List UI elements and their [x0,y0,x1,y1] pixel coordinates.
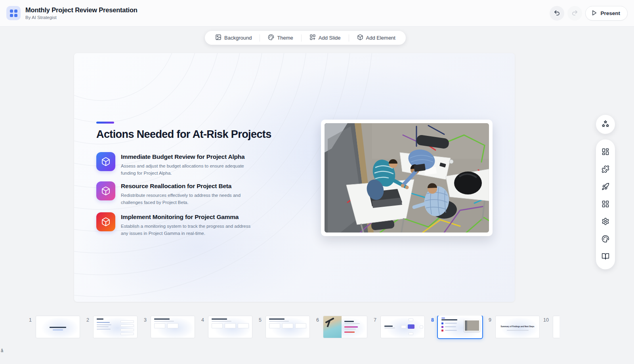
rocket-icon [602,183,609,192]
filmstrip-slide-group: 7 [369,316,425,338]
layout-dashboard-button[interactable] [598,144,613,160]
grid-logo-icon [10,10,17,17]
cube-icon [96,152,115,171]
theme-label: Theme [277,35,293,41]
action-title: Immediate Budget Review for Project Alph… [121,152,252,160]
thumbnail-decor [344,326,358,328]
thumbnail-decor [344,321,354,322]
slide-thumbnail[interactable]: Summary of Findings and Next Steps [495,316,540,338]
thumbnail-decor [154,318,170,320]
layout-dashboard-icon [602,148,609,157]
filmstrip-slide-group: 9Summary of Findings and Next Steps [483,316,540,338]
thumbnail-decor [97,322,110,323]
thumbnail-decor [97,329,111,330]
slide-thumbnail[interactable] [265,316,310,338]
thumbnail-decor [97,318,104,320]
slide-thumbnail[interactable] [380,316,425,338]
thumbnail-decor [269,321,289,322]
background-label: Background [224,35,252,41]
thumbnail-decor [212,321,232,322]
image-icon [215,34,222,42]
grid-button[interactable] [598,196,613,212]
slide-number: 8 [426,316,434,323]
slide-number: 10 [541,316,549,323]
thumbnail-decor [409,318,413,321]
thumbnail-decor [344,323,360,324]
puzzle-icon [602,165,609,174]
slide-thumbnail[interactable] [437,316,483,339]
book-icon [602,252,609,261]
slide-number: 5 [254,316,262,323]
slide-thumbnail[interactable] [208,316,252,338]
slide-canvas[interactable]: Actions Needed for At-Risk Projects Imme… [74,53,515,302]
slide-filmstrip[interactable]: 123456789Summary of Findings and Next St… [0,316,560,343]
thumbnail-decor [441,319,457,320]
filmstrip-slide-group: 8 [426,316,482,338]
thumbnail-decor [120,333,134,335]
action-description: Redistribute resources effectively to ad… [121,192,252,206]
slide-thumbnail[interactable] [93,316,137,338]
filmstrip-slide-group: 6 [311,316,367,338]
action-item[interactable]: Implement Monitoring for Project Gamma E… [96,212,263,237]
thumbnail-decor [445,330,457,331]
thumbnail-decor [344,332,355,333]
cube-icon [96,212,115,231]
action-title: Implement Monitoring for Project Gamma [121,212,252,221]
filmstrip-slide-group: 5 [254,316,310,338]
add-slide-label: Add Slide [319,35,341,41]
thumbnail-decor [344,329,356,330]
slide-thumbnail[interactable] [323,316,367,338]
thumbnail-caption: Summary of Findings and Next Steps [500,325,534,327]
thumbnail-decor [154,323,166,328]
thumbnail-decor [282,323,294,328]
theme-palette-button[interactable] [598,231,613,247]
background-button[interactable]: Background [207,31,260,45]
thumbnail-decor [445,323,457,324]
thumbnail-decor [97,324,111,325]
present-button[interactable]: Present [585,6,628,21]
app-header: Monthly Project Review Presentation By A… [0,0,634,27]
slide-thumbnail[interactable] [151,316,195,338]
slide-photo-card[interactable] [321,120,493,236]
cube-icon [96,181,115,200]
title-accent-bar [96,122,114,124]
add-element-button[interactable]: Add Element [349,31,403,45]
thumbnail-decor [50,327,66,328]
theme-button[interactable]: Theme [260,31,301,45]
thumbnail-decor [238,323,249,328]
plugins-button[interactable] [598,162,613,177]
slide-thumbnail[interactable] [553,316,560,338]
slide-title[interactable]: Actions Needed for At-Risk Projects [96,128,271,141]
launch-button[interactable] [598,179,613,195]
app-logo[interactable] [6,6,21,20]
redo-icon [571,10,578,17]
right-toolbar [596,139,615,269]
undo-button[interactable] [550,6,564,21]
thumbnail-decor [167,323,179,328]
thumbnail-decor [409,332,413,335]
thumbnail-decor [97,326,109,327]
palette-icon [268,34,274,42]
action-item[interactable]: Immediate Budget Review for Project Alph… [96,152,263,177]
thumbnail-decor [120,324,134,327]
action-item[interactable]: Resource Reallocation for Project Beta R… [96,181,263,206]
slide-number: 6 [311,316,319,323]
thumbnail-decor [441,318,445,318]
filmstrip-slide-group: 10 [541,316,560,338]
redo-button[interactable] [567,6,582,21]
thumbnail-decor [441,322,443,324]
slide-toolbar: Background Theme Add Slide Add Element [205,31,406,45]
add-slide-button[interactable]: Add Slide [302,31,349,45]
filmstrip-slide-group: 3 [139,316,195,338]
thumbnail-decor [408,324,414,329]
settings-button[interactable] [598,214,613,230]
effects-fab-button[interactable] [596,115,615,134]
thumbnail-decor [225,323,236,328]
slide-thumbnail[interactable] [36,316,80,338]
thumbnail-decor [445,326,456,327]
library-button[interactable] [598,249,613,265]
filmstrip-slide-group: 4 [196,316,252,338]
thumbnail-decor [384,326,393,327]
palette-icon [602,235,609,244]
thumbnail-decor [154,321,174,322]
